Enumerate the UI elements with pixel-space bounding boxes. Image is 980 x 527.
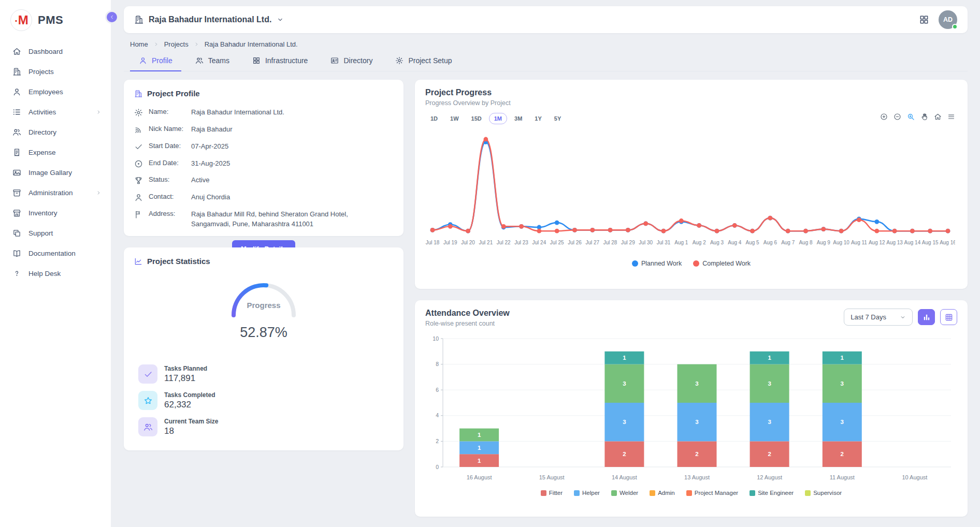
image-icon [12,168,21,177]
legend-completed-work[interactable]: Completed Work [693,260,751,267]
svg-text:1: 1 [478,458,481,464]
sidebar-item-expense[interactable]: Expense [0,142,111,163]
range-1y-button[interactable]: 1Y [529,113,546,124]
stat-value: 117,891 [164,373,207,384]
svg-text:Jul 19: Jul 19 [443,240,457,245]
legend-project-manager[interactable]: Project Manager [686,490,738,496]
profile-field-value: 07-Apr-2025 [191,142,372,152]
range-15d-button[interactable]: 15D [466,113,487,124]
zoom-in-icon[interactable] [880,113,888,121]
breadcrumb-home[interactable]: Home [130,40,148,48]
date-range-select[interactable]: Last 7 Days [844,309,913,326]
range-1d-button[interactable]: 1D [425,113,443,124]
copy-icon [12,229,21,238]
zoom-out-icon[interactable] [893,113,901,121]
tab-teams[interactable]: Teams [186,51,238,71]
sidebar-collapse-button[interactable] [105,10,119,24]
sidebar-item-employees[interactable]: Employees [0,82,111,102]
profile-field-value: Active [191,175,372,185]
project-statistics-card: Project Statistics Progress 52.87% Tasks… [124,247,403,450]
stat-current-team-size: Current Team Size18 [138,417,393,436]
svg-text:Jul 24: Jul 24 [532,240,546,245]
profile-field-value: Raja Bahadur International Ltd. [191,108,372,118]
svg-text:14 August: 14 August [612,474,637,480]
tab-label: Project Setup [408,56,452,65]
legend-site-engineer[interactable]: Site Engineer [750,490,794,496]
reset-home-icon[interactable] [934,113,942,121]
statistics-card-title: Project Statistics [147,257,210,266]
legend-admin[interactable]: Admin [650,490,675,496]
profile-field-label: Contact: [149,193,191,200]
time-range-buttons: 1D1W15D1M3M1Y5Y [425,113,957,124]
svg-text:Aug 11: Aug 11 [851,240,867,245]
svg-text:1: 1 [841,355,844,361]
range-5y-button[interactable]: 5Y [549,113,566,124]
apps-grid-icon[interactable] [919,14,929,25]
legend-label: Planned Work [641,260,682,267]
legend-fitter[interactable]: Fitter [541,490,563,496]
range-3m-button[interactable]: 3M [509,113,527,124]
trophy-icon [134,176,143,185]
legend-supervisor[interactable]: Supervisor [805,490,842,496]
legend-swatch [750,490,755,496]
sidebar-item-label: Image Gallary [28,169,72,177]
svg-text:2: 2 [768,451,771,457]
profile-field-label: Address: [149,210,191,217]
bar-chart-view-button[interactable] [918,309,935,325]
tab-infrastructure[interactable]: Infrastructure [243,51,316,71]
legend-welder[interactable]: Welder [611,490,638,496]
menu-icon[interactable] [947,113,955,121]
svg-text:3: 3 [841,380,844,387]
profile-row-start-date: Start Date:07-Apr-2025 [134,138,393,155]
range-1m-button[interactable]: 1M [489,113,507,124]
logo[interactable]: M PMS [0,5,111,41]
svg-text:Aug 12: Aug 12 [869,240,885,245]
svg-text:Jul 21: Jul 21 [479,240,493,245]
legend-swatch [611,490,617,496]
svg-text:13 August: 13 August [684,474,710,480]
company-selector[interactable]: Raja Bahadur International Ltd. [134,15,284,24]
sidebar-item-projects[interactable]: Projects [0,62,111,82]
svg-text:Aug 3: Aug 3 [710,240,724,245]
legend-label: Project Manager [695,490,738,496]
svg-text:Jul 28: Jul 28 [603,240,617,245]
sidebar-item-administration[interactable]: Administration [0,183,111,203]
tab-profile[interactable]: Profile [130,51,181,71]
svg-text:Aug 4: Aug 4 [728,240,742,245]
sidebar-item-dashboard[interactable]: Dashboard [0,41,111,62]
sidebar-item-activities[interactable]: Activities [0,102,111,122]
sidebar-item-directory[interactable]: Directory [0,122,111,142]
progress-percentage: 52.87% [134,325,393,341]
stat-label: Current Team Size [164,418,218,425]
target-icon [134,159,143,168]
svg-text:2: 2 [841,451,844,457]
tab-directory[interactable]: Directory [322,51,381,71]
pan-icon[interactable] [920,113,928,121]
breadcrumb-separator-icon [153,41,159,47]
building-icon [12,67,21,76]
signal-icon [134,125,143,134]
selection-zoom-icon[interactable] [907,113,915,121]
breadcrumb-projects[interactable]: Projects [164,40,189,48]
sidebar-item-documentation[interactable]: Documentation [0,243,111,264]
svg-text:3: 3 [768,380,771,387]
book-icon [12,249,21,258]
svg-text:Jul 31: Jul 31 [657,240,671,245]
logo-text: PMS [38,13,63,27]
progress-chart-title: Project Progress [425,88,957,97]
check-icon [134,142,143,151]
tab-project-setup[interactable]: Project Setup [386,51,460,71]
legend-helper[interactable]: Helper [574,490,600,496]
sidebar-item-image-gallary[interactable]: Image Gallary [0,163,111,183]
sidebar-item-help-desk[interactable]: Help Desk [0,264,111,284]
avatar[interactable]: AD [939,10,957,29]
person-icon [12,87,21,96]
sidebar-item-inventory[interactable]: Inventory [0,203,111,223]
range-1w-button[interactable]: 1W [445,113,464,124]
profile-field-label: Name: [149,108,191,115]
sidebar-item-support[interactable]: Support [0,223,111,243]
legend-planned-work[interactable]: Planned Work [632,260,682,267]
attendance-chart-legend: FitterHelperWelderAdminProject ManagerSi… [425,490,957,496]
profile-field-label: Start Date: [149,142,191,150]
table-view-button[interactable] [940,309,957,325]
